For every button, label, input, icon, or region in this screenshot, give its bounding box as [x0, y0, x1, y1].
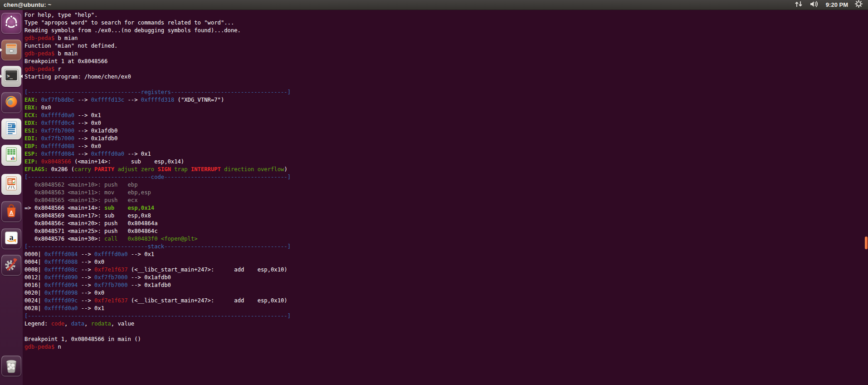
network-updown-icon[interactable]	[795, 1, 803, 9]
terminal-line: 0028| 0xffffd0a0 --> 0x1	[24, 305, 291, 312]
files-launcher-item[interactable]	[1, 39, 21, 60]
file-cabinet-icon	[3, 40, 20, 59]
terminal-line: [-------------------------------------co…	[24, 173, 291, 181]
libreoffice-calc-launcher-item[interactable]	[1, 145, 21, 166]
terminal-line: EDX: 0xffffd0c4 --> 0x0	[24, 119, 291, 127]
terminal-line: 0016| 0xffffd094 --> 0xf7fb7000 --> 0x1a…	[24, 281, 291, 289]
terminal-line: EDI: 0xf7fb7000 --> 0x1afdb0	[24, 135, 291, 143]
terminal-line: Reading symbols from ./ex0...(no debuggi…	[24, 27, 291, 35]
scrollbar-thumb[interactable]	[865, 237, 868, 249]
files-running-indicator	[0, 48, 2, 52]
terminal-line: 0024| 0xffffd09c --> 0xf7e1f637 (<__libc…	[24, 297, 291, 305]
terminal-launcher-item[interactable]: >_	[1, 66, 21, 87]
terminal-line: ESP: 0xffffd084 --> 0xffffd0a0 --> 0x1	[24, 150, 291, 158]
terminal-line: 0012| 0xffffd090 --> 0xf7fb7000 --> 0x1a…	[24, 274, 291, 281]
system-settings-launcher-item[interactable]	[1, 255, 21, 276]
terminal-output: For help, type "help".Type "apropos word…	[24, 11, 291, 351]
terminal-line: [----------------------------------regis…	[24, 89, 291, 96]
terminal-line: 0004| 0xffffd088 --> 0x0	[24, 258, 291, 266]
terminal-line: [------------------------------------sta…	[24, 243, 291, 251]
terminal-running-indicator	[0, 74, 2, 78]
terminal-line: 0x804856c <main+20>: push 0x804864a	[24, 220, 291, 227]
calc-icon	[3, 146, 20, 165]
terminal-line: EBX: 0x0	[24, 104, 291, 112]
firefox-launcher-item[interactable]	[1, 92, 21, 113]
terminal-line: 0x8048563 <main+11>: mov ebp,esp	[24, 189, 291, 197]
terminal-line: EBP: 0xffffd088 --> 0x0	[24, 143, 291, 150]
terminal-line	[24, 81, 291, 89]
unity-launcher: >_	[0, 10, 23, 385]
terminal-window[interactable]: For help, type "help".Type "apropos word…	[23, 10, 868, 385]
clock[interactable]: 9:20 PM	[826, 1, 848, 8]
terminal-line: EIP: 0x8048566 (<main+14>: sub esp,0x14)	[24, 158, 291, 166]
dash-home-button[interactable]	[1, 13, 21, 34]
terminal-line: ESI: 0xf7fb7000 --> 0x1afdb0	[24, 127, 291, 135]
ubuntu-logo-icon	[3, 14, 20, 33]
terminal-line: Breakpoint 1 at 0x8048566	[24, 58, 291, 65]
terminal-line: Function "mian" not defined.	[24, 42, 291, 50]
terminal-line: Legend: code, data, rodata, value	[24, 320, 291, 328]
svg-text:A: A	[10, 210, 13, 215]
writer-icon	[3, 119, 20, 138]
terminal-line: 0x8048569 <main+17>: sub esp,0x8	[24, 212, 291, 220]
terminal-line: 0x8048562 <main+10>: push ebp	[24, 181, 291, 189]
trash-launcher-item[interactable]	[1, 355, 21, 376]
terminal-line: => 0x8048566 <main+14>: sub esp,0x14	[24, 204, 291, 212]
terminal-line: gdb-peda$ r	[24, 65, 291, 73]
terminal-line: Type "apropos word" to search for comman…	[24, 19, 291, 27]
libreoffice-writer-launcher-item[interactable]	[1, 118, 21, 139]
terminal-line: 0000| 0xffffd084 --> 0xffffd0a0 --> 0x1	[24, 251, 291, 258]
terminal-line: EFLAGS: 0x286 (carry PARITY adjust zero …	[24, 166, 291, 173]
trash-icon	[2, 356, 20, 376]
terminal-focused-indicator	[20, 74, 23, 78]
terminal-line: 0x8048576 <main+30>: call 0x80483f0 <fop…	[24, 235, 291, 243]
indicator-area: 9:20 PM	[795, 0, 868, 10]
top-panel: chen@ubuntu: ~ 9:20 PM	[0, 0, 868, 10]
terminal-line: ECX: 0xffffd0a0 --> 0x1	[24, 112, 291, 119]
settings-gear-wrench-icon	[3, 256, 20, 275]
terminal-line	[24, 328, 291, 336]
svg-text:>_: >_	[7, 73, 13, 79]
firefox-icon	[3, 93, 20, 112]
svg-text:a: a	[9, 233, 13, 242]
terminal-line: gdb-peda$ b main	[24, 50, 291, 58]
ubuntu-software-launcher-item[interactable]: A	[1, 201, 21, 222]
terminal-line: gdb-peda$ n	[24, 343, 291, 351]
terminal-line: 0008| 0xffffd08c --> 0xf7e1f637 (<__libc…	[24, 266, 291, 274]
amazon-launcher-item[interactable]: a	[1, 228, 21, 249]
impress-icon	[3, 175, 20, 194]
terminal-line: Breakpoint 1, 0x08048566 in main ()	[24, 336, 291, 343]
window-title: chen@ubuntu: ~	[0, 1, 51, 8]
terminal-line: 0x8048565 <main+13>: push ecx	[24, 197, 291, 204]
terminal-icon: >_	[2, 66, 20, 86]
amazon-icon: a	[3, 229, 20, 248]
session-gear-icon[interactable]	[855, 0, 863, 10]
software-center-icon: A	[3, 202, 20, 221]
terminal-line: 0020| 0xffffd098 --> 0x0	[24, 289, 291, 297]
terminal-line: [---------------------------------------…	[24, 312, 291, 320]
terminal-line: EAX: 0xf7fb8dbc --> 0xffffd13c --> 0xfff…	[24, 96, 291, 104]
volume-icon[interactable]	[809, 0, 819, 10]
terminal-line: For help, type "help".	[24, 11, 291, 19]
terminal-line: gdb-peda$ b mian	[24, 35, 291, 42]
terminal-line: Starting program: /home/chen/ex0	[24, 73, 291, 81]
terminal-line: 0x8048571 <main+25>: push 0x804864c	[24, 227, 291, 235]
libreoffice-impress-launcher-item[interactable]	[1, 174, 21, 195]
